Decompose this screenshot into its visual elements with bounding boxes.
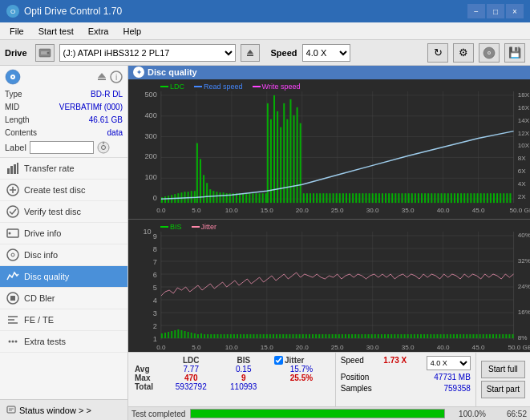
svg-rect-253 (289, 334, 290, 338)
total-label: Total (135, 382, 163, 391)
svg-rect-108 (319, 193, 321, 203)
jitter-legend: Jitter (192, 223, 217, 231)
disc-quality-title: Disc quality (148, 67, 197, 77)
svg-rect-100 (259, 193, 261, 203)
disc-button[interactable] (479, 43, 500, 63)
svg-rect-302 (450, 334, 451, 338)
svg-rect-290 (411, 334, 412, 338)
disc-quality-icon-header: ✦ (133, 67, 144, 78)
svg-rect-256 (299, 334, 301, 338)
svg-rect-285 (394, 334, 395, 338)
svg-rect-297 (433, 334, 435, 338)
svg-rect-299 (440, 334, 442, 338)
svg-rect-109 (322, 193, 324, 203)
minimize-button[interactable]: − (467, 4, 485, 18)
svg-rect-160 (490, 193, 492, 203)
disc-length-value: 46.61 GB (89, 114, 123, 127)
sidebar-item-transfer-rate[interactable]: Transfer rate (0, 158, 127, 180)
svg-rect-278 (371, 334, 373, 338)
svg-rect-114 (339, 193, 341, 203)
disc-eject-icon[interactable] (95, 71, 108, 83)
content-area: ✦ Disc quality LDC Read speed (128, 66, 530, 420)
status-window-button[interactable]: Status window > > (0, 399, 127, 420)
disc-label-label: Label (5, 143, 26, 152)
refresh-button[interactable]: ↻ (427, 43, 448, 63)
svg-text:6: 6 (153, 271, 157, 279)
avg-jitter: 15.7% (274, 365, 329, 374)
disc-label-row: Label (5, 141, 123, 154)
svg-point-10 (12, 76, 14, 78)
svg-rect-230 (213, 334, 215, 338)
svg-rect-141 (427, 193, 429, 203)
max-bis: 9 (220, 374, 268, 382)
menu-file[interactable]: File (3, 25, 30, 38)
svg-rect-131 (394, 193, 396, 203)
disc-icon (5, 69, 21, 85)
svg-rect-231 (216, 334, 218, 338)
svg-rect-262 (318, 334, 320, 338)
eject-button[interactable] (241, 44, 260, 62)
svg-rect-311 (479, 334, 481, 338)
svg-rect-103 (303, 193, 305, 203)
svg-rect-233 (224, 334, 225, 338)
disc-info-icon[interactable]: i (110, 71, 123, 83)
svg-text:5: 5 (153, 284, 157, 292)
save-button[interactable]: 💾 (504, 43, 525, 63)
menu-help[interactable]: Help (116, 25, 148, 38)
svg-rect-243 (257, 334, 258, 338)
start-full-button[interactable]: Start full (481, 361, 525, 378)
speed-label: Speed (271, 48, 297, 58)
position-label: Position (341, 373, 370, 382)
svg-rect-272 (351, 334, 353, 338)
disc-label-icon[interactable] (97, 141, 110, 154)
svg-rect-19 (10, 166, 13, 174)
sidebar-item-extra-tests[interactable]: Extra tests (0, 331, 127, 353)
sidebar-item-create-test[interactable]: Create test disc (0, 180, 127, 201)
svg-rect-107 (316, 193, 318, 203)
svg-text:24%: 24% (518, 283, 530, 290)
svg-rect-154 (470, 193, 471, 203)
svg-point-36 (12, 341, 14, 343)
svg-rect-252 (285, 334, 287, 338)
sidebar-item-verify-test[interactable]: Verify test disc (0, 201, 127, 223)
start-part-button[interactable]: Start part (481, 381, 525, 398)
disc-mid-value: VERBATIMf (000) (59, 101, 123, 114)
svg-text:15.0: 15.0 (261, 207, 273, 214)
sidebar-item-fe-te[interactable]: FE / TE (0, 309, 127, 331)
disc-type-label: Type (5, 88, 22, 101)
svg-rect-95 (242, 193, 244, 203)
disc-label-input[interactable] (30, 141, 94, 154)
menu-start-test[interactable]: Start test (32, 25, 80, 38)
svg-rect-244 (260, 334, 261, 338)
svg-marker-3 (247, 50, 253, 54)
sidebar-item-disc-quality[interactable]: Disc quality (0, 266, 127, 288)
svg-rect-221 (184, 331, 186, 338)
svg-rect-133 (401, 193, 403, 203)
svg-text:40%: 40% (518, 232, 530, 239)
verify-test-icon (6, 205, 19, 218)
create-test-icon (6, 184, 19, 196)
close-button[interactable]: × (506, 4, 524, 18)
speed-stat-select[interactable]: 4.0 X (427, 356, 471, 370)
jitter-checkbox[interactable] (274, 356, 283, 365)
sidebar-item-cd-bler[interactable]: CD Bler (0, 288, 127, 309)
menubar: File Start test Extra Help (0, 22, 530, 40)
sidebar-item-disc-info[interactable]: Disc info (0, 244, 127, 266)
svg-rect-127 (382, 193, 383, 203)
total-ldc: 5932792 (163, 382, 220, 391)
svg-rect-227 (204, 334, 205, 338)
menu-extra[interactable]: Extra (82, 25, 115, 38)
speed-select[interactable]: 4.0 X (302, 44, 350, 62)
maximize-button[interactable]: □ (487, 4, 504, 18)
drive-select[interactable]: (J:) ATAPI iHBS312 2 PL17 (59, 44, 236, 62)
svg-rect-287 (400, 334, 402, 338)
sidebar-item-drive-info[interactable]: Drive info (0, 223, 127, 244)
svg-rect-257 (302, 334, 304, 338)
svg-rect-101 (262, 193, 264, 203)
svg-text:i: i (115, 73, 117, 82)
settings-button[interactable]: ⚙ (453, 43, 474, 63)
svg-text:45.0: 45.0 (472, 207, 485, 214)
svg-rect-128 (385, 193, 386, 203)
svg-text:30.0: 30.0 (366, 344, 379, 351)
svg-point-29 (11, 253, 14, 256)
